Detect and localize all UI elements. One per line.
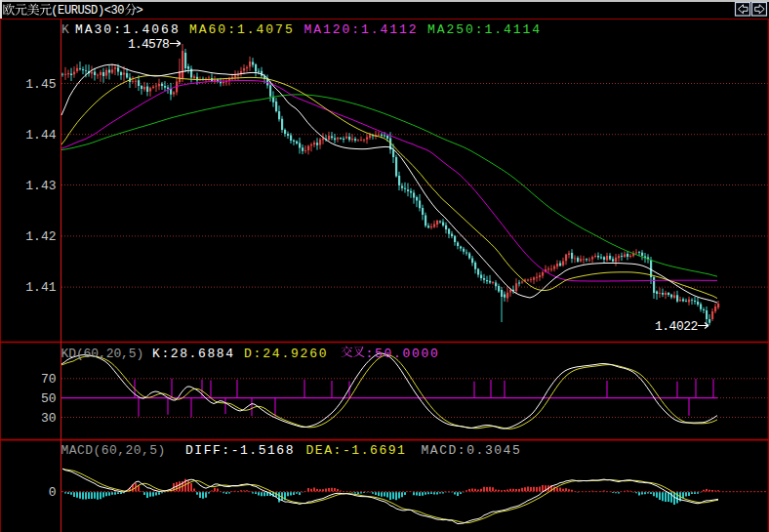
svg-text:MA30:1.4068: MA30:1.4068	[75, 22, 181, 37]
svg-text::50.0000: :50.0000	[366, 347, 440, 361]
svg-text:1.43: 1.43	[25, 179, 56, 193]
svg-text:30: 30	[41, 411, 57, 426]
svg-text:70: 70	[41, 372, 57, 387]
svg-text:1.44: 1.44	[25, 128, 56, 143]
svg-text:DEA:-1.6691: DEA:-1.6691	[306, 443, 407, 458]
svg-text:DIFF:-1.5168: DIFF:-1.5168	[185, 443, 295, 458]
svg-text:MACD:0.3045: MACD:0.3045	[422, 443, 522, 458]
svg-text:K:28.6884: K:28.6884	[152, 347, 235, 361]
svg-text:1.4022: 1.4022	[655, 319, 698, 334]
svg-text:1.41: 1.41	[25, 280, 56, 295]
svg-text:50: 50	[41, 391, 57, 406]
svg-text:KD(60,20,5): KD(60,20,5)	[61, 347, 144, 361]
svg-text:MA250:1.4114: MA250:1.4114	[427, 22, 542, 37]
svg-text:(EURUSD)<30: (EURUSD)<30	[51, 4, 124, 18]
svg-text:D:24.9260: D:24.9260	[244, 347, 328, 361]
svg-text:1.45: 1.45	[25, 77, 56, 92]
svg-text:K: K	[61, 22, 69, 37]
svg-text:MA120:1.4112: MA120:1.4112	[304, 22, 419, 37]
svg-text:>: >	[137, 4, 143, 18]
svg-text:1.42: 1.42	[25, 229, 56, 244]
svg-text:0: 0	[49, 485, 57, 500]
svg-text:MA60:1.4075: MA60:1.4075	[189, 22, 295, 37]
svg-text:MACD(60,20,5): MACD(60,20,5)	[61, 443, 166, 458]
svg-text:1.4578: 1.4578	[128, 37, 169, 52]
